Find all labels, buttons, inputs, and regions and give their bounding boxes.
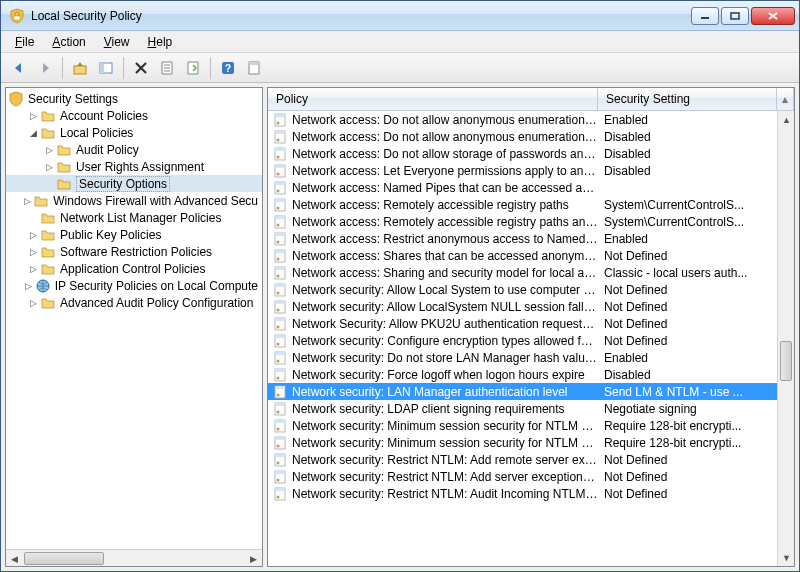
menu-file[interactable]: File bbox=[7, 33, 42, 51]
tree-item[interactable]: ▷Audit Policy bbox=[6, 141, 262, 158]
tree-expander-icon[interactable]: ▷ bbox=[26, 296, 40, 310]
toolbar-separator bbox=[210, 57, 211, 79]
help-button[interactable]: ? bbox=[216, 56, 240, 80]
toolbar: ? bbox=[1, 53, 799, 83]
setting-cell: Disabled bbox=[598, 147, 777, 161]
tree-body[interactable]: Security Settings ▷Account Policies◢Loca… bbox=[6, 88, 262, 549]
tree-item[interactable]: ◢Local Policies bbox=[6, 124, 262, 141]
policy-row[interactable]: Network security: Allow LocalSystem NULL… bbox=[268, 298, 777, 315]
scroll-up-icon[interactable]: ▲ bbox=[778, 111, 794, 128]
policy-text: Network security: Restrict NTLM: Audit I… bbox=[292, 487, 598, 501]
minimize-button[interactable] bbox=[691, 7, 719, 25]
policy-row[interactable]: Network access: Remotely accessible regi… bbox=[268, 196, 777, 213]
tree-expander-icon[interactable]: ▷ bbox=[26, 228, 40, 242]
policy-row[interactable]: Network security: Restrict NTLM: Add rem… bbox=[268, 451, 777, 468]
policy-cell: Network security: Allow Local System to … bbox=[268, 282, 598, 298]
tree-item[interactable]: ▷Public Key Policies bbox=[6, 226, 262, 243]
tree-expander-icon[interactable]: ▷ bbox=[23, 279, 35, 293]
svg-point-65 bbox=[277, 393, 280, 396]
policy-row[interactable]: Network access: Named Pipes that can be … bbox=[268, 179, 777, 196]
policy-text: Network access: Do not allow anonymous e… bbox=[292, 130, 598, 144]
tree-expander-icon[interactable]: ▷ bbox=[22, 194, 33, 208]
tree-expander-icon[interactable]: ▷ bbox=[26, 245, 40, 259]
policy-row[interactable]: Network access: Remotely accessible regi… bbox=[268, 213, 777, 230]
policy-row[interactable]: Network access: Do not allow anonymous e… bbox=[268, 128, 777, 145]
scroll-left-icon[interactable]: ◀ bbox=[6, 550, 23, 567]
policy-icon bbox=[272, 180, 288, 196]
column-header-policy[interactable]: Policy bbox=[268, 88, 598, 110]
policy-row[interactable]: Network security: Minimum session securi… bbox=[268, 417, 777, 434]
tree-item-label: Software Restriction Policies bbox=[60, 245, 212, 259]
list-body[interactable]: Network access: Do not allow anonymous e… bbox=[268, 111, 794, 566]
policy-row[interactable]: Network security: Configure encryption t… bbox=[268, 332, 777, 349]
scroll-down-icon[interactable]: ▼ bbox=[778, 549, 794, 566]
tree-item[interactable]: ▷Application Control Policies bbox=[6, 260, 262, 277]
svg-point-83 bbox=[277, 495, 280, 498]
policy-text: Network access: Restrict anonymous acces… bbox=[292, 232, 598, 246]
policy-text: Network security: Allow Local System to … bbox=[292, 283, 598, 297]
policy-icon bbox=[272, 418, 288, 434]
titlebar[interactable]: Local Security Policy bbox=[1, 1, 799, 31]
policy-icon bbox=[272, 265, 288, 281]
tree-expander-icon[interactable]: ▷ bbox=[26, 262, 40, 276]
policy-text: Network security: LDAP client signing re… bbox=[292, 402, 565, 416]
tree-item[interactable]: ▷Account Policies bbox=[6, 107, 262, 124]
refresh-button[interactable] bbox=[242, 56, 266, 80]
close-button[interactable] bbox=[751, 7, 795, 25]
policy-row[interactable]: Network access: Let Everyone permissions… bbox=[268, 162, 777, 179]
tree-item[interactable]: ▷Advanced Audit Policy Configuration bbox=[6, 294, 262, 311]
maximize-button[interactable] bbox=[721, 7, 749, 25]
menu-action[interactable]: Action bbox=[44, 33, 93, 51]
tree-item-label: Public Key Policies bbox=[60, 228, 161, 242]
tree-expander-icon[interactable]: ▷ bbox=[42, 143, 56, 157]
tree-horizontal-scrollbar[interactable]: ◀ ▶ bbox=[6, 549, 262, 566]
policy-row[interactable]: Network security: Restrict NTLM: Add ser… bbox=[268, 468, 777, 485]
list-vertical-scrollbar[interactable]: ▲ ▼ bbox=[777, 111, 794, 566]
policy-row[interactable]: Network access: Restrict anonymous acces… bbox=[268, 230, 777, 247]
up-button[interactable] bbox=[68, 56, 92, 80]
policy-text: Network security: LAN Manager authentica… bbox=[292, 385, 567, 399]
tree-expander-icon[interactable]: ◢ bbox=[26, 126, 40, 140]
delete-button[interactable] bbox=[129, 56, 153, 80]
show-hide-tree-button[interactable] bbox=[94, 56, 118, 80]
scroll-thumb[interactable] bbox=[24, 552, 104, 565]
back-button[interactable] bbox=[7, 56, 31, 80]
svg-rect-28 bbox=[275, 182, 285, 185]
svg-rect-58 bbox=[275, 352, 285, 355]
tree-item[interactable]: ▷IP Security Policies on Local Compute bbox=[6, 277, 262, 294]
app-window: Local Security Policy File Action View H… bbox=[0, 0, 800, 572]
policy-row[interactable]: Network security: LAN Manager authentica… bbox=[268, 383, 777, 400]
policy-row[interactable]: Network security: Do not store LAN Manag… bbox=[268, 349, 777, 366]
tree-item[interactable]: ▷User Rights Assignment bbox=[6, 158, 262, 175]
tree-item-label: Network List Manager Policies bbox=[60, 211, 221, 225]
tree-item[interactable]: Security Options bbox=[6, 175, 262, 192]
tree-expander-icon[interactable]: ▷ bbox=[26, 109, 40, 123]
properties-button[interactable] bbox=[155, 56, 179, 80]
tree-item[interactable]: Network List Manager Policies bbox=[6, 209, 262, 226]
menu-view[interactable]: View bbox=[96, 33, 138, 51]
policy-row[interactable]: Network access: Do not allow storage of … bbox=[268, 145, 777, 162]
policy-row[interactable]: Network security: Minimum session securi… bbox=[268, 434, 777, 451]
svg-point-20 bbox=[277, 138, 280, 141]
policy-row[interactable]: Network Security: Allow PKU2U authentica… bbox=[268, 315, 777, 332]
scroll-thumb[interactable] bbox=[780, 341, 792, 381]
column-header-setting[interactable]: Security Setting bbox=[598, 88, 777, 110]
policy-row[interactable]: Network security: Restrict NTLM: Audit I… bbox=[268, 485, 777, 502]
policy-row[interactable]: Network security: LDAP client signing re… bbox=[268, 400, 777, 417]
tree-item[interactable]: ▷Windows Firewall with Advanced Secu bbox=[6, 192, 262, 209]
policy-text: Network access: Do not allow storage of … bbox=[292, 147, 598, 161]
policy-row[interactable]: Network access: Shares that can be acces… bbox=[268, 247, 777, 264]
policy-row[interactable]: Network security: Allow Local System to … bbox=[268, 281, 777, 298]
policy-row[interactable]: Network access: Sharing and security mod… bbox=[268, 264, 777, 281]
setting-cell: Disabled bbox=[598, 368, 777, 382]
svg-rect-4 bbox=[100, 63, 104, 73]
tree-item[interactable]: ▷Software Restriction Policies bbox=[6, 243, 262, 260]
menu-help[interactable]: Help bbox=[140, 33, 181, 51]
scroll-right-icon[interactable]: ▶ bbox=[245, 550, 262, 567]
policy-row[interactable]: Network security: Force logoff when logo… bbox=[268, 366, 777, 383]
export-button[interactable] bbox=[181, 56, 205, 80]
policy-row[interactable]: Network access: Do not allow anonymous e… bbox=[268, 111, 777, 128]
tree-expander-icon[interactable]: ▷ bbox=[42, 160, 56, 174]
tree-root[interactable]: Security Settings bbox=[6, 90, 262, 107]
forward-button[interactable] bbox=[33, 56, 57, 80]
